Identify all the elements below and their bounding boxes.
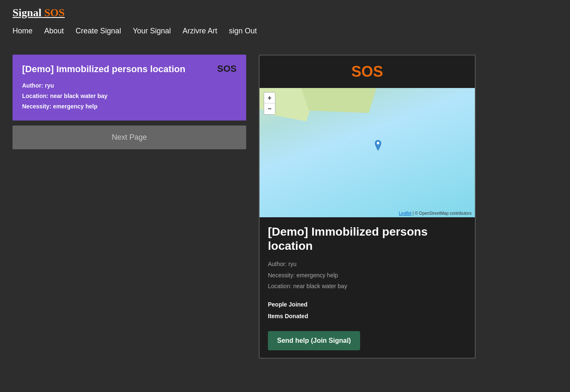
detail-items-donated: Items Donated: [268, 310, 467, 322]
map-land-area-2: [301, 88, 376, 113]
signal-card-title: [Demo] Immobilized persons location: [22, 63, 237, 75]
detail-author: Author: ryu: [268, 259, 467, 270]
map-controls: + −: [264, 92, 275, 115]
detail-card: SOS + − Leaflet | © OpenSt: [259, 55, 476, 359]
map-attribution: Leaflet | © OpenStreetMap contributors: [399, 211, 472, 216]
signal-card-location: Location: near black water bay: [22, 91, 237, 101]
signal-card-necessity: Necessity: emergency help: [22, 101, 237, 112]
map-container[interactable]: + − Leaflet | © OpenStreetMap contributo…: [260, 88, 475, 217]
detail-meta: Author: ryu Necessity: emergency help Lo…: [268, 259, 467, 292]
detail-title: [Demo] Immobilized persons location: [268, 225, 467, 253]
map-marker: [373, 140, 383, 155]
nav-arzivre-art[interactable]: Arzivre Art: [183, 27, 217, 35]
nav-create-signal[interactable]: Create Signal: [76, 27, 121, 35]
nav-your-signal[interactable]: Your Signal: [133, 27, 171, 35]
detail-stats: People Joined Items Donated: [268, 299, 467, 322]
map-zoom-in-button[interactable]: +: [264, 93, 275, 103]
detail-location: Location: near black water bay: [268, 281, 467, 292]
map-pin-icon: [373, 140, 383, 153]
header: Signal SOS Home About Create Signal Your…: [0, 0, 570, 42]
main-content: [Demo] Immobilized persons location SOS …: [0, 42, 570, 371]
main-nav: Home About Create Signal Your Signal Arz…: [13, 23, 557, 42]
signal-card-author: Author: ryu: [22, 80, 237, 91]
nav-about[interactable]: About: [44, 27, 64, 35]
logo-signal-text: Signal: [13, 7, 41, 19]
map-zoom-out-button[interactable]: −: [264, 103, 275, 114]
leaflet-link[interactable]: Leaflet: [399, 211, 411, 216]
logo[interactable]: Signal SOS: [13, 7, 65, 19]
signal-card[interactable]: [Demo] Immobilized persons location SOS …: [13, 55, 246, 121]
join-signal-button[interactable]: Send help (Join Signal): [268, 331, 360, 350]
svg-point-0: [377, 142, 379, 144]
signal-card-meta: Author: ryu Location: near black water b…: [22, 80, 237, 112]
nav-home[interactable]: Home: [13, 27, 33, 35]
detail-people-joined: People Joined: [268, 299, 467, 310]
detail-info: [Demo] Immobilized persons location Auth…: [260, 217, 475, 358]
nav-sign-out[interactable]: sign Out: [229, 27, 257, 35]
map-background: [260, 88, 475, 217]
signal-card-sos-badge: SOS: [217, 63, 237, 74]
detail-sos-header: SOS: [260, 55, 475, 88]
next-page-button[interactable]: Next Page: [13, 126, 246, 149]
detail-necessity: Necessity: emergency help: [268, 270, 467, 281]
osm-attribution: © OpenStreetMap contributors: [415, 211, 472, 216]
left-panel: [Demo] Immobilized persons location SOS …: [13, 55, 246, 149]
logo-sos-text: SOS: [44, 7, 65, 19]
